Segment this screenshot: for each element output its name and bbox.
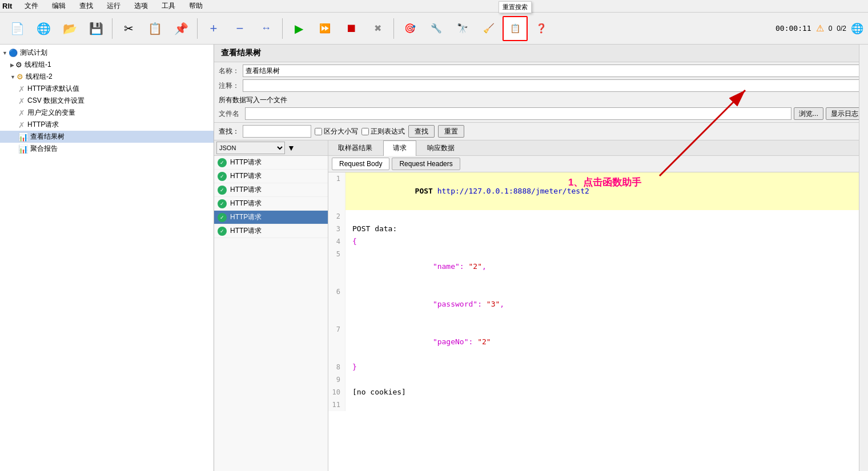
main-tab-bar: 取样器结果 请求 响应数据 — [328, 140, 868, 156]
menu-options[interactable]: 选项 — [131, 0, 151, 12]
run-button[interactable]: ▶ — [286, 16, 311, 41]
search-button-find[interactable]: 查找 — [408, 125, 435, 138]
thread1-label: 线程组-1 — [25, 60, 51, 70]
code-line-1: 1 POST http://127.0.0.1:8888/jmeter/test… — [328, 172, 868, 210]
file-name-input[interactable] — [245, 107, 791, 120]
comment-input[interactable] — [243, 79, 863, 92]
case-sensitive-checkbox[interactable] — [315, 128, 322, 135]
toolbar-status: 00:00:11 ⚠ 0 0/2 🌐 — [775, 22, 863, 35]
req-label-4: HTTP请求 — [230, 199, 262, 208]
regex-check[interactable]: 正则表达式 — [361, 127, 405, 136]
remove-button[interactable]: − — [227, 16, 252, 41]
thread2-icon: ⚙ — [17, 73, 23, 81]
menubar: RIt 文件 编辑 查找 运行 选项 工具 帮助 — [0, 0, 868, 13]
code-line-8: 8 } — [328, 361, 868, 373]
test-plan-label: 测试计划 — [20, 48, 47, 58]
run-no-pause-button[interactable]: ⏩ — [312, 16, 337, 41]
log-button[interactable]: 显示日志 — [826, 107, 863, 120]
view-results-label: 查看结果树 — [30, 132, 65, 142]
reset-button[interactable]: 重置 — [438, 125, 464, 138]
sub-tab-bar: Request Body Request Headers — [328, 156, 868, 172]
stop-button[interactable]: ⏹ — [339, 16, 364, 41]
menu-file[interactable]: 文件 — [21, 0, 42, 12]
user-vars-label: 用户定义的变量 — [27, 108, 75, 118]
add-button[interactable]: + — [201, 16, 226, 41]
browse-button[interactable]: 浏览... — [794, 107, 823, 120]
format-select[interactable]: JSON Text XML HTML — [216, 142, 285, 154]
format-dropdown-arrow[interactable]: ▼ — [287, 143, 295, 152]
request-item-3[interactable]: HTTP请求 — [214, 183, 328, 197]
request-list-header: JSON Text XML HTML ▼ — [214, 140, 328, 156]
menu-find[interactable]: 查找 — [76, 0, 97, 12]
help-button[interactable]: ❓ — [529, 16, 554, 41]
file-row: 文件名 浏览... 显示日志 — [219, 107, 863, 120]
menu-help[interactable]: 帮助 — [186, 0, 206, 12]
comment-row: 注释： — [219, 79, 863, 92]
search-input[interactable] — [243, 125, 311, 138]
tree-item-csv[interactable]: ✗ CSV 数据文件设置 — [0, 95, 214, 107]
detail-pane: 取样器结果 请求 响应数据 Request Body Request H — [328, 140, 868, 471]
menu-run[interactable]: 运行 — [103, 0, 124, 12]
new-button[interactable]: 📄 — [5, 16, 30, 41]
tree-item-http-request[interactable]: ✗ HTTP请求 — [0, 119, 214, 131]
tree-arrow-test-plan — [2, 50, 7, 56]
sep4 — [393, 18, 394, 39]
tab-response-data[interactable]: 响应数据 — [417, 140, 464, 155]
expand-button[interactable]: ↔ — [254, 16, 279, 41]
warning-count: 0 — [829, 25, 833, 33]
request-item-2[interactable]: HTTP请求 — [214, 170, 328, 183]
func-helper-tooltip: 重置搜索 — [499, 1, 532, 13]
save-button[interactable]: 💾 — [83, 16, 108, 41]
remote-button[interactable]: 🎯 — [397, 16, 423, 41]
tree-item-thread-1[interactable]: ⚙ 线程组-1 — [0, 59, 214, 71]
content-area: JSON Text XML HTML ▼ HTTP请求 HTTP请求 — [214, 140, 868, 471]
req-label-5: HTTP请求 — [230, 212, 262, 222]
sep2 — [197, 18, 198, 39]
req-status-icon-1 — [218, 158, 227, 167]
sep1 — [112, 18, 112, 39]
clean-button[interactable]: 🧹 — [476, 16, 501, 41]
req-label-2: HTTP请求 — [230, 171, 262, 181]
sub-tab-request-headers[interactable]: Request Headers — [392, 158, 460, 170]
tree-item-view-results[interactable]: 📊 查看结果树 — [0, 131, 214, 143]
open-button[interactable]: 📂 — [57, 16, 82, 41]
thread1-icon: ⚙ — [15, 61, 22, 69]
case-sensitive-check[interactable]: 区分大小写 — [315, 127, 358, 136]
tree-item-thread-2[interactable]: ⚙ 线程组-2 — [0, 71, 214, 83]
tree-item-test-plan[interactable]: 🔵 测试计划 — [0, 47, 214, 59]
cut-button[interactable]: ✂ — [116, 16, 141, 41]
tree-item-aggregate[interactable]: 📊 聚合报告 — [0, 143, 214, 155]
tab-request[interactable]: 请求 — [383, 140, 416, 156]
request-item-5[interactable]: HTTP请求 — [214, 211, 328, 224]
search-button[interactable]: 🔭 — [450, 16, 475, 41]
request-item-6[interactable]: HTTP请求 — [214, 224, 328, 238]
request-item-4[interactable]: HTTP请求 — [214, 197, 328, 211]
sep3 — [282, 18, 283, 39]
func-helper-button[interactable]: 📋 重置搜索 — [503, 16, 528, 41]
aggregate-label: 聚合报告 — [30, 144, 58, 154]
menu-edit[interactable]: 编辑 — [49, 0, 69, 12]
tab-sampler-result[interactable]: 取样器结果 — [328, 140, 382, 155]
thread2-label: 线程组-2 — [26, 72, 53, 82]
sub-tab-request-body[interactable]: Request Body — [332, 158, 389, 170]
menu-tools[interactable]: 工具 — [158, 0, 179, 12]
req-status-icon-3 — [218, 186, 227, 195]
request-list-pane: JSON Text XML HTML ▼ HTTP请求 HTTP请求 — [214, 140, 328, 471]
code-line-6: 6 "password": "3", — [328, 285, 868, 323]
user-vars-icon: ✗ — [18, 108, 25, 118]
right-scrollbar[interactable] — [859, 45, 868, 471]
http-default-label: HTTP请求默认值 — [27, 84, 79, 94]
templates-button[interactable]: 🌐 — [31, 16, 56, 41]
paste-button[interactable]: 📌 — [168, 16, 194, 41]
name-input[interactable] — [243, 65, 863, 77]
shutdown-button[interactable]: ✖ — [365, 16, 390, 41]
tree-item-user-vars[interactable]: ✗ 用户定义的变量 — [0, 107, 214, 119]
left-panel: 🔵 测试计划 ⚙ 线程组-1 ⚙ 线程组-2 ✗ HTTP请求默认值 ✗ CSV… — [0, 45, 214, 471]
copy-button[interactable]: 📋 — [142, 16, 167, 41]
request-item-1[interactable]: HTTP请求 — [214, 156, 328, 170]
tree-item-http-default[interactable]: ✗ HTTP请求默认值 — [0, 83, 214, 95]
regex-checkbox[interactable] — [361, 128, 369, 135]
tools-button[interactable]: 🔧 — [424, 16, 449, 41]
panel-title: 查看结果树 — [221, 48, 261, 57]
req-label-3: HTTP请求 — [230, 185, 262, 195]
